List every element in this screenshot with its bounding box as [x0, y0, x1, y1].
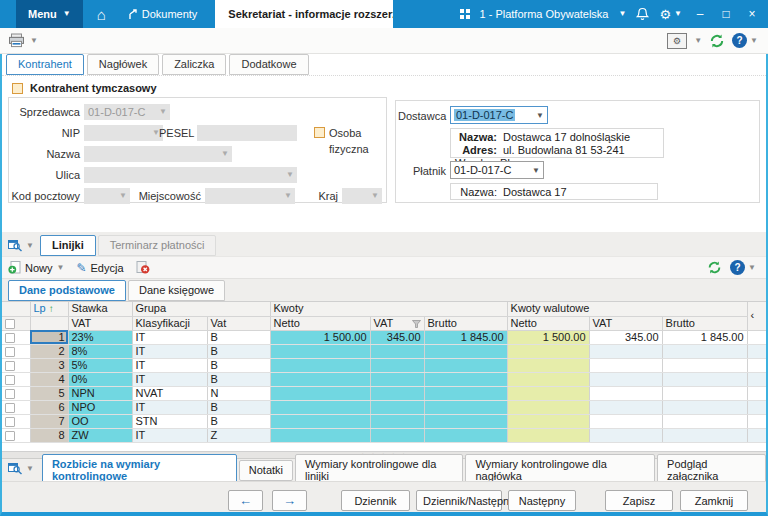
- cell-netto[interactable]: 1 500.00: [270, 330, 370, 344]
- col-lp[interactable]: Lp ↑: [30, 302, 68, 316]
- cell-vat[interactable]: B: [207, 344, 270, 358]
- cell-vat2[interactable]: [370, 400, 424, 414]
- col-stawka-vat[interactable]: VAT: [68, 316, 132, 330]
- cell-nettow[interactable]: [507, 344, 589, 358]
- cell-lp[interactable]: 2: [30, 344, 68, 358]
- cell-netto[interactable]: [270, 400, 370, 414]
- cell-vatw[interactable]: [589, 372, 662, 386]
- row-select-cell[interactable]: [2, 358, 30, 372]
- panel-magnifier-icon[interactable]: [8, 238, 23, 252]
- cell-vat2[interactable]: [370, 414, 424, 428]
- cell-bruttow[interactable]: [662, 344, 747, 358]
- tab-kontrahent[interactable]: Kontrahent: [6, 54, 84, 75]
- cell-netto[interactable]: [270, 414, 370, 428]
- row-checkbox[interactable]: [5, 375, 15, 385]
- row-checkbox[interactable]: [5, 417, 15, 427]
- tab-dane-podstawowe[interactable]: Dane podstawowe: [8, 280, 126, 301]
- chevron-down-icon[interactable]: ▼: [694, 36, 702, 45]
- col-group-stawka[interactable]: Stawka: [68, 302, 132, 316]
- platnik-combo[interactable]: 01-D-017-C▼: [450, 161, 544, 179]
- chevron-down-icon[interactable]: ▼: [750, 36, 758, 45]
- help-icon[interactable]: ?: [730, 260, 745, 275]
- cell-nettow[interactable]: [507, 386, 589, 400]
- tab-dane-ksiegowe[interactable]: Dane księgowe: [128, 280, 225, 301]
- cell-vat[interactable]: N: [207, 386, 270, 400]
- cell-vat2[interactable]: [370, 386, 424, 400]
- close-button[interactable]: ×: [744, 7, 760, 21]
- col-netto-walutowe[interactable]: Netto: [507, 316, 589, 330]
- row-select-cell[interactable]: [2, 400, 30, 414]
- cell-vat[interactable]: B: [207, 400, 270, 414]
- row-checkbox[interactable]: [5, 431, 15, 441]
- collapse-panel-icon[interactable]: ‹: [747, 302, 766, 330]
- cell-netto[interactable]: [270, 358, 370, 372]
- cell-bruttow[interactable]: 1 845.00: [662, 330, 747, 344]
- cell-vatw[interactable]: [589, 344, 662, 358]
- cell-vatw[interactable]: [589, 400, 662, 414]
- cell-lp[interactable]: 7: [30, 414, 68, 428]
- col-group-kwoty[interactable]: Kwoty: [270, 302, 507, 316]
- kontrahent-tymczasowy-checkbox[interactable]: [12, 83, 23, 94]
- company-selector[interactable]: 1 - Platforma Obywatelska: [480, 8, 609, 20]
- prev-record-button[interactable]: ←: [228, 490, 263, 511]
- cell-stawka[interactable]: 0%: [68, 372, 132, 386]
- cell-bruttow[interactable]: [662, 358, 747, 372]
- col-brutto-walutowe[interactable]: Brutto: [662, 316, 747, 330]
- tab-notatki[interactable]: Notatki: [239, 460, 293, 481]
- cell-bruttow[interactable]: [662, 372, 747, 386]
- cell-vatw[interactable]: [589, 428, 662, 442]
- col-netto[interactable]: Netto: [270, 316, 370, 330]
- cell-klas[interactable]: IT: [132, 428, 207, 442]
- cell-vatw[interactable]: [589, 386, 662, 400]
- table-row[interactable]: 8ZW ITZ: [2, 428, 766, 442]
- tab-dokumenty[interactable]: Dokumenty: [122, 8, 204, 20]
- cell-vat2[interactable]: [370, 372, 424, 386]
- cell-vat2[interactable]: [370, 358, 424, 372]
- chevron-down-icon[interactable]: ▼: [30, 36, 38, 45]
- row-select-cell[interactable]: [2, 386, 30, 400]
- row-select-cell[interactable]: [2, 344, 30, 358]
- cell-klas[interactable]: IT: [132, 330, 207, 344]
- cell-vatw[interactable]: [589, 414, 662, 428]
- cell-brutto[interactable]: [424, 414, 507, 428]
- tab-linijki[interactable]: Linijki: [40, 235, 96, 256]
- nastepny-button[interactable]: Następny: [508, 490, 576, 511]
- cell-vatw[interactable]: [589, 358, 662, 372]
- chevron-down-icon[interactable]: ▼: [748, 263, 756, 272]
- cell-netto[interactable]: [270, 386, 370, 400]
- col-vat[interactable]: VAT: [370, 316, 424, 330]
- select-all-checkbox[interactable]: [5, 319, 15, 329]
- cell-netto[interactable]: [270, 372, 370, 386]
- cell-klas[interactable]: IT: [132, 372, 207, 386]
- cell-bruttow[interactable]: [662, 428, 747, 442]
- cell-lp[interactable]: 5: [30, 386, 68, 400]
- chevron-down-icon[interactable]: ▼: [26, 241, 34, 250]
- row-select-cell[interactable]: [2, 428, 30, 442]
- cell-netto[interactable]: [270, 344, 370, 358]
- table-row[interactable]: 7OO STNB: [2, 414, 766, 428]
- cell-stawka[interactable]: 8%: [68, 344, 132, 358]
- col-klasyfikacji[interactable]: Klasyfikacji: [132, 316, 207, 330]
- col-grupa-vat[interactable]: Vat: [207, 316, 270, 330]
- tab-dodatkowe[interactable]: Dodatkowe: [229, 54, 308, 75]
- delete-button[interactable]: [130, 257, 156, 278]
- cell-nettow[interactable]: [507, 414, 589, 428]
- help-icon[interactable]: ?: [732, 33, 747, 48]
- cell-brutto[interactable]: [424, 358, 507, 372]
- dziennik-nastepny-button[interactable]: Dziennik/Następny: [416, 490, 502, 511]
- row-checkbox[interactable]: [5, 347, 15, 357]
- cell-vatw[interactable]: 345.00: [589, 330, 662, 344]
- cell-nettow[interactable]: [507, 428, 589, 442]
- cell-nettow[interactable]: [507, 400, 589, 414]
- table-row[interactable]: 5NPN NVATN: [2, 386, 766, 400]
- row-checkbox[interactable]: [5, 389, 15, 399]
- cell-bruttow[interactable]: [662, 400, 747, 414]
- cell-brutto[interactable]: [424, 372, 507, 386]
- tab-naglowek[interactable]: Nagłówek: [87, 54, 159, 75]
- table-row[interactable]: 123% ITB 1 500.00345.00 1 845.001 500.00…: [2, 330, 766, 344]
- refresh-icon[interactable]: [707, 260, 722, 275]
- zapisz-button[interactable]: Zapisz: [605, 490, 673, 511]
- bell-icon[interactable]: [636, 7, 649, 21]
- filter-icon[interactable]: [412, 320, 421, 328]
- col-vat-walutowe[interactable]: VAT: [589, 316, 662, 330]
